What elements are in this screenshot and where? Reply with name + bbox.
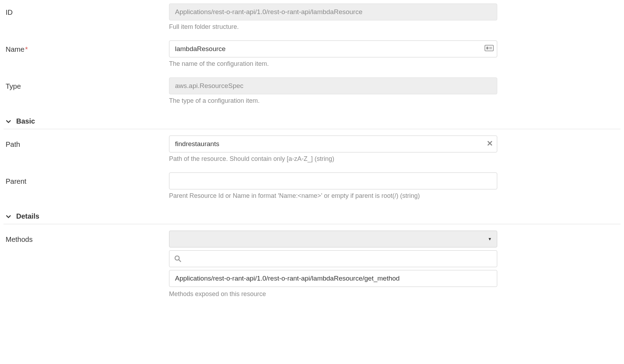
id-card-icon[interactable] — [485, 45, 494, 53]
type-row: Type aws.api.ResourceSpec The type of a … — [4, 77, 620, 105]
caret-down-icon: ▼ — [488, 237, 492, 241]
section-details[interactable]: Details — [4, 209, 620, 224]
methods-select[interactable]: ▼ — [169, 231, 497, 247]
chevron-down-icon — [6, 214, 11, 219]
name-field[interactable] — [169, 40, 497, 57]
id-field: Applications/rest-o-rant-api/1.0/rest-o-… — [169, 4, 497, 20]
methods-help: Methods exposed on this resource — [169, 290, 497, 298]
name-label: Name* — [4, 40, 169, 54]
name-help: The name of the configuration item. — [169, 60, 497, 68]
path-field[interactable] — [169, 136, 497, 152]
required-marker: * — [25, 45, 28, 53]
methods-label: Methods — [4, 231, 169, 244]
type-help: The type of a configuration item. — [169, 97, 497, 105]
name-row: Name* The name of the configuration item… — [4, 40, 620, 68]
id-help: Full item folder structure. — [169, 23, 497, 31]
svg-line-1 — [179, 260, 181, 262]
id-label: ID — [4, 4, 169, 17]
path-label: Path — [4, 136, 169, 149]
section-basic[interactable]: Basic — [4, 114, 620, 129]
path-row: Path Path of the resource. Should contai… — [4, 136, 620, 163]
clear-icon[interactable] — [487, 141, 492, 147]
parent-label: Parent — [4, 172, 169, 186]
methods-search-input[interactable] — [185, 255, 492, 263]
methods-search[interactable] — [169, 250, 497, 267]
methods-row: Methods ▼ Applications/rest-o-rant-api/1… — [4, 231, 620, 298]
methods-item[interactable]: Applications/rest-o-rant-api/1.0/rest-o-… — [169, 270, 497, 287]
section-basic-title: Basic — [16, 117, 35, 125]
chevron-down-icon — [6, 119, 11, 124]
type-field: aws.api.ResourceSpec — [169, 77, 497, 94]
parent-row: Parent Parent Resource Id or Name in for… — [4, 172, 620, 200]
id-row: ID Applications/rest-o-rant-api/1.0/rest… — [4, 4, 620, 31]
parent-field[interactable] — [169, 172, 497, 189]
section-details-title: Details — [16, 212, 39, 220]
path-help: Path of the resource. Should contain onl… — [169, 155, 497, 163]
type-label: Type — [4, 77, 169, 90]
parent-help: Parent Resource Id or Name in format 'Na… — [169, 192, 497, 200]
search-icon — [174, 255, 181, 262]
